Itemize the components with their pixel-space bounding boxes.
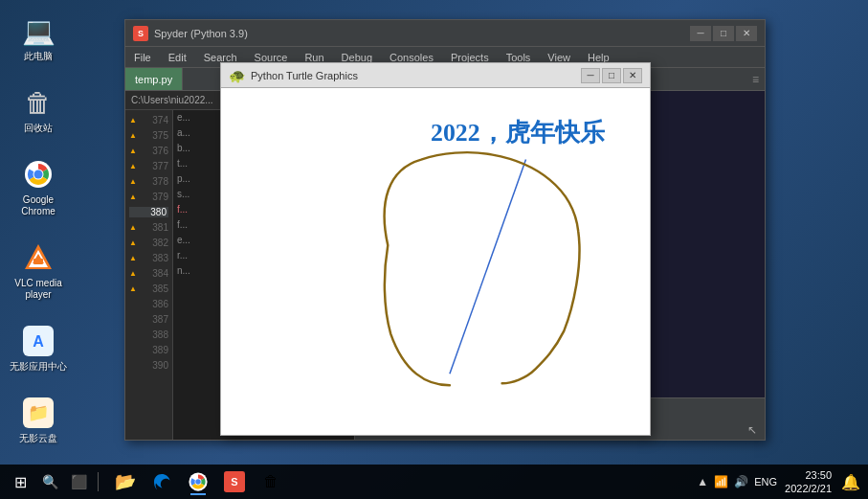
desktop-icon-appstore[interactable]: A 无影应用中心 (6, 320, 71, 376)
appstore-label: 无影应用中心 (10, 361, 67, 373)
editor-tab-temppy[interactable]: temp.py (125, 68, 183, 90)
svg-text:📁: 📁 (28, 402, 50, 423)
menu-projects[interactable]: Projects (448, 52, 492, 63)
tray-volume-icon[interactable]: 🔊 (734, 475, 748, 488)
chrome-label: GoogleChrome (21, 194, 56, 217)
svg-text:S: S (231, 476, 237, 488)
turtle-heading-text: 2022，虎年快乐 (431, 119, 605, 147)
warning-icon: ▲ (129, 116, 137, 125)
turtle-window: 🐢 Python Turtle Graphics ─ □ ✕ 2022，虎年快乐 (220, 62, 651, 436)
taskbar-file-explorer[interactable]: 📂 (108, 468, 143, 495)
svg-point-2 (34, 170, 43, 179)
desktop-icon-chrome[interactable]: GoogleChrome (17, 153, 59, 221)
line-row: 386 (129, 296, 168, 311)
this-pc-icon: 💻 (21, 13, 56, 48)
taskbar-chrome[interactable] (181, 468, 215, 495)
desktop-icons-area: 💻 此电脑 🗑 回收站 GoogleChrome (0, 0, 77, 448)
warning-icon: ▲ (129, 269, 137, 278)
desktop-icon-vlc[interactable]: VLC mediaplayer (11, 237, 65, 305)
line-num-375: 375 (140, 130, 168, 141)
taskbar-clock[interactable]: 23:50 2022/2/21 (785, 468, 832, 496)
menu-run[interactable]: Run (301, 52, 326, 63)
taskbar-taskview-button[interactable]: ⬛ (65, 468, 92, 495)
turtle-close-button[interactable]: ✕ (623, 68, 642, 83)
spyder-maximize-button[interactable]: □ (713, 26, 734, 41)
notification-button[interactable]: 🔔 (839, 470, 862, 493)
menu-debug[interactable]: Debug (339, 52, 375, 63)
line-num-388: 388 (129, 329, 168, 340)
menu-tools[interactable]: Tools (503, 52, 534, 63)
tray-up-arrow[interactable]: ▲ (697, 475, 708, 488)
menu-help[interactable]: Help (585, 52, 612, 63)
line-row: 388 (129, 327, 168, 342)
line-row: 390 (129, 357, 168, 373)
svg-text:A: A (33, 333, 44, 350)
taskbar-right: ▲ 📶 🔊 ENG 23:50 2022/2/21 🔔 (697, 468, 862, 496)
line-row: ▲ 375 (129, 127, 168, 143)
chrome-icon (21, 157, 56, 192)
line-row: ▲ 378 (129, 173, 168, 189)
turtle-maximize-button[interactable]: □ (602, 68, 621, 83)
spyder-minimize-button[interactable]: ─ (690, 26, 711, 41)
menu-source[interactable]: Source (252, 52, 291, 63)
line-num-386: 386 (129, 299, 168, 309)
recycle-bin-icon: 🗑 (21, 85, 56, 120)
turtle-drawing (385, 152, 580, 385)
warning-icon: ▲ (129, 177, 137, 186)
turtle-window-controls: ─ □ ✕ (581, 68, 642, 83)
line-row: ▲ 377 (129, 158, 168, 173)
line-row: ▲ 385 (129, 281, 168, 296)
taskbar-spyder[interactable]: S (217, 468, 252, 495)
desktop-icon-this-pc[interactable]: 💻 此电脑 (17, 10, 59, 66)
desktop-icon-cloud[interactable]: 📁 无影云盘 (15, 392, 61, 448)
line-row: ▲ 383 (129, 250, 168, 265)
line-numbers: ▲ 374 ▲ 375 ▲ 376 ▲ 377 (125, 110, 173, 440)
cloud-disk-icon: 📁 (21, 396, 56, 430)
cloud-disk-label: 无影云盘 (19, 433, 57, 444)
menu-view[interactable]: View (545, 52, 573, 63)
svg-point-13 (195, 479, 201, 485)
warning-icon: ▲ (129, 254, 137, 262)
tray-lang[interactable]: ENG (754, 476, 777, 488)
warning-icon: ▲ (129, 284, 137, 293)
line-num-378: 378 (140, 176, 168, 187)
line-num-390: 390 (129, 360, 168, 371)
spyder-window-controls: ─ □ ✕ (690, 26, 757, 41)
spyder-title: Spyder (Python 3.9) (154, 28, 684, 39)
warning-icon: ▲ (129, 238, 137, 247)
system-tray: ▲ 📶 🔊 ENG (697, 475, 777, 488)
turtle-line (450, 160, 526, 374)
turtle-titlebar: 🐢 Python Turtle Graphics ─ □ ✕ (221, 63, 650, 88)
line-num-374: 374 (140, 115, 168, 125)
turtle-canvas: 2022，虎年快乐 (221, 88, 650, 435)
menu-consoles[interactable]: Consoles (387, 52, 436, 63)
vlc-icon (21, 240, 56, 275)
appstore-icon: A (21, 324, 56, 358)
desktop-icon-recycle[interactable]: 🗑 回收站 (17, 81, 59, 138)
start-button[interactable]: ⊞ (6, 468, 34, 495)
cursor-indicator: ↖ (747, 423, 757, 437)
line-num-382: 382 (140, 238, 168, 248)
tray-network-icon[interactable]: 📶 (714, 475, 728, 488)
vlc-label: VLC mediaplayer (14, 278, 61, 301)
panel-options[interactable]: ≡ (752, 73, 759, 86)
line-row: 380 (129, 204, 168, 219)
editor-tab-label: temp.py (135, 74, 172, 85)
taskbar-edge[interactable] (145, 468, 179, 495)
line-num-379: 379 (140, 192, 168, 202)
taskbar-search-button[interactable]: 🔍 (36, 468, 63, 495)
warning-icon: ▲ (129, 162, 137, 170)
menu-search[interactable]: Search (201, 52, 240, 63)
warning-icon: ▲ (129, 223, 137, 232)
recycle-bin-label: 回收站 (24, 123, 53, 134)
taskbar-trash[interactable]: 🗑 (254, 468, 288, 495)
this-pc-label: 此电脑 (24, 51, 53, 62)
turtle-minimize-button[interactable]: ─ (581, 68, 600, 83)
menu-edit[interactable]: Edit (166, 52, 189, 63)
spyder-close-button[interactable]: ✕ (736, 26, 757, 41)
line-num-387: 387 (129, 314, 168, 325)
line-num-381: 381 (140, 222, 168, 233)
line-num-389: 389 (129, 345, 168, 355)
line-num-377: 377 (140, 161, 168, 171)
menu-file[interactable]: File (131, 52, 154, 63)
